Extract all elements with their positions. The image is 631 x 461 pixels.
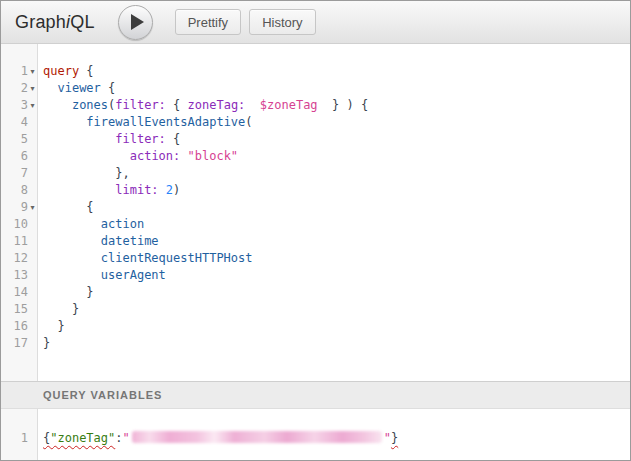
logo-text: Graph — [15, 12, 66, 32]
code-token: query — [43, 64, 79, 78]
toolbar: GraphiQL Prettify History — [1, 1, 630, 44]
code-token: } — [43, 302, 79, 316]
graphiql-logo: GraphiQL — [15, 12, 95, 33]
gutter-row: 11 — [1, 233, 37, 250]
gutter-row: 9▾ — [1, 199, 37, 216]
code-line[interactable]: clientRequestHTTPHost — [43, 250, 630, 267]
code-token: zones — [72, 98, 108, 112]
code-token: firewallEventsAdaptive — [86, 115, 245, 129]
code-token: 2 — [166, 183, 173, 197]
history-button[interactable]: History — [249, 9, 315, 35]
query-editor[interactable]: 1▾2▾3▾456789▾1011121314151617 query { vi… — [1, 44, 630, 381]
code-token — [43, 251, 101, 265]
code-token — [43, 268, 101, 282]
gutter-row: 16 — [1, 318, 37, 335]
gutter-row: 7 — [1, 165, 37, 182]
code-line[interactable]: action: "block" — [43, 148, 630, 165]
query-editor-gutter: 1▾2▾3▾456789▾1011121314151617 — [1, 44, 38, 381]
code-line[interactable]: filter: { — [43, 131, 630, 148]
variables-code-lines[interactable]: {"zoneTag":""} — [38, 409, 630, 460]
code-token: ) — [173, 183, 180, 197]
code-token: filter: — [115, 98, 166, 112]
code-token — [43, 115, 86, 129]
play-icon — [131, 14, 144, 30]
code-line[interactable]: } — [43, 318, 630, 335]
gutter-row: 5 — [1, 131, 37, 148]
code-token: "block" — [188, 149, 239, 163]
code-token: $zoneTag — [260, 98, 318, 112]
gutter-row: 15 — [1, 301, 37, 318]
prettify-button[interactable]: Prettify — [175, 9, 241, 35]
line-number: 13 — [1, 267, 28, 284]
code-line[interactable]: limit: 2) — [43, 182, 630, 199]
variables-editor[interactable]: 1 {"zoneTag":""} — [1, 409, 630, 460]
gutter-row: 17 — [1, 335, 37, 352]
gutter-row: 2▾ — [1, 80, 37, 97]
query-gutter-rows: 1▾2▾3▾456789▾1011121314151617 — [1, 63, 37, 352]
line-number: 17 — [1, 335, 28, 352]
gutter-row: 3▾ — [1, 97, 37, 114]
code-line[interactable]: datetime — [43, 233, 630, 250]
code-line[interactable]: userAgent — [43, 267, 630, 284]
code-token — [43, 81, 57, 95]
code-token — [43, 217, 101, 231]
fold-arrow-icon[interactable]: ▾ — [28, 199, 37, 216]
variables-editor-gutter: 1 — [1, 409, 38, 460]
code-line[interactable]: {"zoneTag":""} — [43, 430, 630, 447]
line-number: 7 — [1, 165, 28, 182]
code-token — [43, 234, 101, 248]
line-number: 5 — [1, 131, 28, 148]
code-line[interactable]: zones(filter: { zoneTag: $zoneTag } ) { — [43, 97, 630, 114]
code-token: { — [79, 64, 93, 78]
code-line[interactable]: { — [43, 199, 630, 216]
code-token: clientRequestHTTPHost — [101, 251, 253, 265]
line-number: 2 — [1, 80, 28, 97]
gutter-row: 4 — [1, 114, 37, 131]
query-variables-header[interactable]: QUERY VARIABLES — [1, 381, 630, 409]
code-line[interactable]: }, — [43, 165, 630, 182]
code-token: { — [43, 200, 94, 214]
code-line[interactable]: query { — [43, 63, 630, 80]
code-token: zoneTag: — [188, 98, 246, 112]
variables-line-number: 1 — [1, 430, 28, 447]
code-token: } — [391, 431, 398, 445]
code-token: " — [384, 431, 391, 445]
code-token: } — [43, 285, 94, 299]
code-token — [159, 183, 166, 197]
code-token: action: — [130, 149, 181, 163]
gutter-row: 1▾ — [1, 63, 37, 80]
code-line[interactable]: action — [43, 216, 630, 233]
code-token: } — [43, 319, 65, 333]
code-token — [180, 149, 187, 163]
gutter-row: 6 — [1, 148, 37, 165]
gutter-row: 10 — [1, 216, 37, 233]
code-line[interactable]: } — [43, 301, 630, 318]
fold-arrow-icon[interactable]: ▾ — [28, 97, 37, 114]
fold-arrow-icon[interactable]: ▾ — [28, 80, 37, 97]
logo-text: QL — [70, 12, 94, 32]
code-line[interactable]: } — [43, 284, 630, 301]
fold-arrow-icon[interactable]: ▾ — [28, 63, 37, 80]
code-token: datetime — [101, 234, 159, 248]
code-line[interactable]: firewallEventsAdaptive( — [43, 114, 630, 131]
code-line[interactable]: viewer { — [43, 80, 630, 97]
line-number: 1 — [1, 63, 28, 80]
line-number: 16 — [1, 318, 28, 335]
gutter-row: 1 — [1, 430, 37, 447]
execute-button[interactable] — [118, 5, 153, 40]
code-token: } — [43, 336, 50, 350]
line-number: 14 — [1, 284, 28, 301]
line-number: 12 — [1, 250, 28, 267]
query-code-lines[interactable]: query { viewer { zones(filter: { zoneTag… — [38, 44, 630, 381]
code-token: "zoneTag" — [50, 431, 115, 445]
line-number: 11 — [1, 233, 28, 250]
code-token: }, — [43, 166, 130, 180]
code-token: userAgent — [101, 268, 166, 282]
gutter-row: 12 — [1, 250, 37, 267]
line-number: 6 — [1, 148, 28, 165]
code-token — [245, 98, 259, 112]
code-token — [43, 132, 115, 146]
graphiql-window: GraphiQL Prettify History 1▾2▾3▾456789▾1… — [0, 0, 631, 461]
code-line[interactable]: } — [43, 335, 630, 352]
code-token: " — [123, 431, 130, 445]
